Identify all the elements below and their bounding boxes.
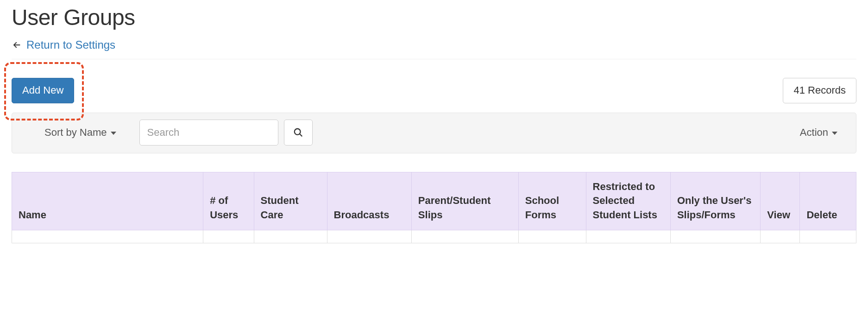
return-link-label: Return to Settings [26,38,115,51]
action-label: Action [800,127,828,139]
action-dropdown[interactable]: Action [800,127,837,139]
filter-bar: Sort by Name Action [12,113,856,153]
sort-by-dropdown[interactable]: Sort by Name [44,127,116,139]
col-header-forms[interactable]: School Forms [518,172,586,230]
col-header-delete[interactable]: Delete [800,172,856,230]
col-header-broadcasts[interactable]: Broadcasts [327,172,411,230]
col-header-users[interactable]: # of Users [203,172,254,230]
col-header-restricted[interactable]: Restricted to Selected Student Lists [586,172,670,230]
divider [12,59,856,59]
caret-down-icon [832,132,837,135]
col-header-care[interactable]: Student Care [254,172,327,230]
table-header-row: Name # of Users Student Care Broadcasts … [12,172,856,230]
col-header-only[interactable]: Only the User's Slips/Forms [670,172,760,230]
records-count-button[interactable]: 41 Records [783,78,856,103]
page-title: User Groups [12,5,856,30]
sort-by-label: Sort by Name [44,127,107,139]
col-header-view[interactable]: View [761,172,800,230]
arrow-left-icon [12,40,22,50]
svg-line-1 [299,133,302,136]
search-icon [293,127,303,138]
table-row[interactable] [12,230,856,243]
add-new-button[interactable]: Add New [12,78,74,103]
svg-point-0 [294,128,300,134]
caret-down-icon [111,132,116,135]
user-groups-table: Name # of Users Student Care Broadcasts … [12,172,856,243]
return-to-settings-link[interactable]: Return to Settings [12,38,115,51]
search-button[interactable] [284,120,313,146]
col-header-name[interactable]: Name [12,172,203,230]
col-header-slips[interactable]: Parent/Student Slips [411,172,518,230]
search-input[interactable] [139,120,278,146]
